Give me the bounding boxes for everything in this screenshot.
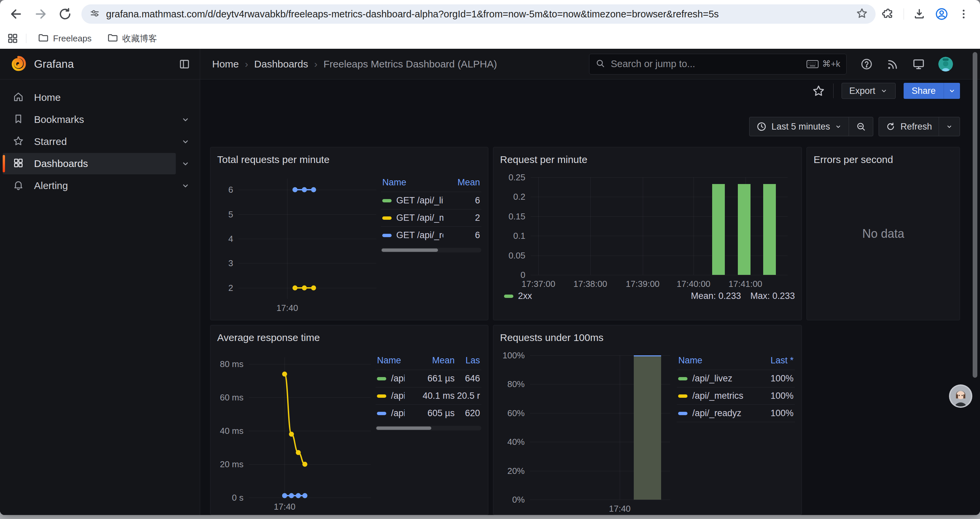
bookmark-label: 收藏博客 xyxy=(123,33,157,45)
bookmark-label: Freeleaps xyxy=(53,34,92,44)
panel-requests-under-100ms: Requests under 100ms 100%80%60%40%20%0%1… xyxy=(493,325,802,515)
legend-header-mean[interactable]: Mean xyxy=(405,355,455,366)
grafana-logo-icon[interactable] xyxy=(11,56,26,72)
panel-request-per-minute: Request per minute 0.250.20.150.10.05017… xyxy=(493,147,802,320)
legend-table: NameMeanLas /api/_livez661 µs646 /api/_m… xyxy=(375,353,481,498)
export-button[interactable]: Export xyxy=(842,83,896,99)
extensions-icon[interactable] xyxy=(881,7,895,21)
actions-divider xyxy=(833,83,834,98)
legend-mean: Mean: 0.233 xyxy=(691,291,741,301)
bookmark-star-icon[interactable] xyxy=(856,7,868,21)
url-bar[interactable]: grafana.mathmast.com/d/deytv4rwavabkb/fr… xyxy=(81,4,876,24)
chevron-down-icon[interactable] xyxy=(176,115,195,124)
no-data-message: No data xyxy=(807,147,960,320)
legend-row: /api/_livez661 µs646 xyxy=(375,370,481,387)
site-settings-icon[interactable] xyxy=(89,7,101,21)
legend-scrollbar[interactable] xyxy=(381,248,481,252)
grafana-header: Home › Dashboards › Freeleaps Metrics Da… xyxy=(200,49,980,80)
toolbar-divider xyxy=(904,8,904,20)
downloads-icon[interactable] xyxy=(913,7,926,21)
legend-header-mean[interactable]: Mean xyxy=(443,177,480,188)
sidebar: Grafana Home Bookmarks xyxy=(0,49,200,515)
user-avatar[interactable] xyxy=(938,56,953,72)
reload-button[interactable] xyxy=(58,7,72,21)
zoom-out-button[interactable] xyxy=(849,117,873,136)
panel-title[interactable]: Request per minute xyxy=(500,153,587,166)
clock-icon xyxy=(756,121,767,132)
legend-row: /api/_readyz605 µs620 xyxy=(375,404,481,422)
profile-icon[interactable] xyxy=(935,7,949,21)
timeseries-chart[interactable]: 6543217:40 xyxy=(239,179,376,299)
bell-icon xyxy=(13,179,24,192)
legend-max: Max: 0.233 xyxy=(750,291,795,301)
series-swatch xyxy=(377,377,386,380)
search-placeholder: Search or jump to... xyxy=(611,58,801,69)
chevron-down-icon[interactable] xyxy=(176,159,195,168)
legend-header-name[interactable]: Name xyxy=(678,355,757,366)
legend-row: /api/_metrics100% xyxy=(677,387,795,404)
help-icon[interactable] xyxy=(860,57,873,71)
legend-header-last[interactable]: Las xyxy=(455,355,480,366)
search-input[interactable]: Search or jump to... ⌘+k xyxy=(589,54,846,75)
breadcrumb-dashboards[interactable]: Dashboards xyxy=(254,58,308,70)
legend-row: /api/_livez100% xyxy=(677,370,795,387)
panel-title[interactable]: Total requests per minute xyxy=(217,153,329,166)
share-button[interactable]: Share xyxy=(904,83,960,99)
bookmark-folder-freeleaps[interactable]: Freeleaps xyxy=(34,30,96,47)
panel-title[interactable]: Requests under 100ms xyxy=(500,331,603,344)
series-swatch xyxy=(382,199,391,203)
star-icon xyxy=(13,135,24,148)
assistant-avatar[interactable] xyxy=(949,384,973,408)
time-range-picker[interactable]: Last 5 minutes xyxy=(749,117,849,136)
dock-sidebar-icon[interactable] xyxy=(178,58,191,70)
desktop-background: grafana.mathmast.com/d/deytv4rwavabkb/fr… xyxy=(0,0,980,519)
dashboard-grid: Total requests per minute 6543217:40 Nam… xyxy=(200,147,980,515)
legend-row: GET /api/_livez6 xyxy=(381,192,481,209)
refresh-button[interactable]: Refresh xyxy=(879,117,939,136)
sidebar-item-dashboards[interactable]: Dashboards xyxy=(3,153,176,174)
series-swatch xyxy=(678,412,687,415)
share-menu-button[interactable] xyxy=(943,83,960,99)
page-scrollbar[interactable] xyxy=(973,52,977,378)
legend-scrollbar[interactable] xyxy=(375,426,481,431)
legend-table: NameMean GET /api/_livez6 GET /api/_metr… xyxy=(381,175,481,299)
series-swatch xyxy=(377,412,386,415)
back-button[interactable] xyxy=(9,7,23,21)
news-rss-icon[interactable] xyxy=(886,57,899,71)
panel-average-response-time: Average response time 80 ms60 ms40 ms20 … xyxy=(210,325,488,515)
favorite-star-icon[interactable] xyxy=(812,84,825,99)
legend-header-name[interactable]: Name xyxy=(382,177,443,188)
legend-header-last[interactable]: Last * xyxy=(757,355,794,366)
sidebar-item-home[interactable]: Home xyxy=(3,87,195,108)
monitor-kiosk-icon[interactable] xyxy=(912,57,925,71)
timeseries-chart[interactable]: 80 ms60 ms40 ms20 ms0 s17:40 xyxy=(249,357,371,498)
refresh-interval-menu[interactable] xyxy=(939,117,960,136)
menu-kebab-icon[interactable] xyxy=(957,8,970,21)
forward-button[interactable] xyxy=(33,7,48,21)
dashboard-actions-bar: Export Share xyxy=(200,80,980,114)
bar-chart[interactable]: 100%80%60%40%20%0%17:40 xyxy=(530,355,670,500)
legend-table: NameLast * /api/_livez100% /api/_metrics… xyxy=(677,353,795,500)
series-swatch xyxy=(377,394,386,398)
bookmark-folder-blog[interactable]: 收藏博客 xyxy=(103,30,161,47)
legend-inline: 2xx Mean: 0.233 Max: 0.233 xyxy=(504,291,795,301)
brand-name[interactable]: Grafana xyxy=(34,58,170,70)
chevron-down-icon[interactable] xyxy=(176,181,195,190)
url-text[interactable]: grafana.mathmast.com/d/deytv4rwavabkb/fr… xyxy=(106,9,850,20)
bookmark-icon xyxy=(13,113,24,126)
legend-row: GET /api/_readyz6 xyxy=(381,227,481,244)
apps-grid-icon[interactable] xyxy=(7,32,19,45)
panel-total-requests-per-minute: Total requests per minute 6543217:40 Nam… xyxy=(210,147,488,320)
sidebar-item-alerting[interactable]: Alerting xyxy=(3,175,176,196)
sidebar-item-starred[interactable]: Starred xyxy=(3,131,176,152)
chevron-down-icon xyxy=(880,87,888,95)
breadcrumb-separator: › xyxy=(314,58,318,70)
search-icon xyxy=(595,58,605,70)
folder-icon xyxy=(107,32,118,45)
sidebar-item-bookmarks[interactable]: Bookmarks xyxy=(3,109,176,130)
panel-title[interactable]: Average response time xyxy=(217,331,320,344)
breadcrumb-home[interactable]: Home xyxy=(212,58,239,70)
bar-chart[interactable]: 0.250.20.150.10.05017:37:0017:38:0017:39… xyxy=(531,177,788,275)
chevron-down-icon[interactable] xyxy=(176,137,195,146)
legend-header-name[interactable]: Name xyxy=(377,355,405,366)
